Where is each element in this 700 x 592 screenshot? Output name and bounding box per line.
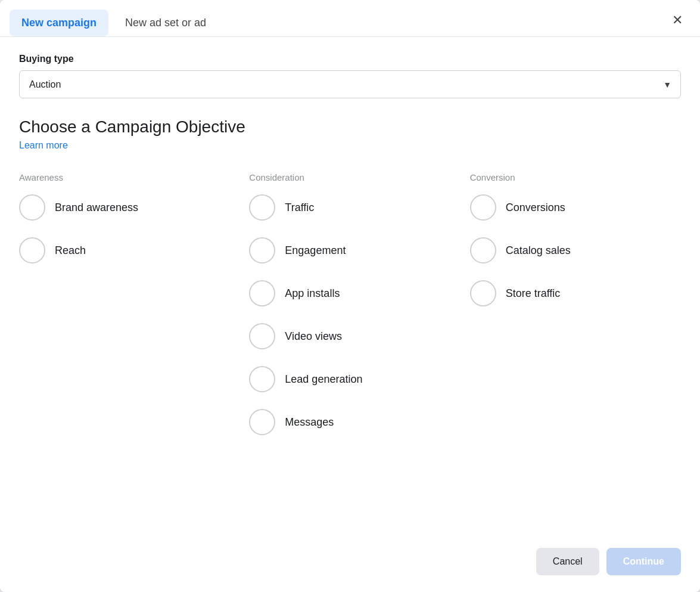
objective-reach[interactable]: Reach (19, 237, 230, 264)
radio-app-installs[interactable] (249, 280, 275, 306)
close-button[interactable]: ✕ (667, 10, 688, 31)
label-reach: Reach (55, 244, 86, 257)
radio-lead-generation[interactable] (249, 366, 275, 392)
modal-header: New campaign New ad set or ad ✕ (0, 0, 700, 36)
buying-type-select-wrapper: Auction Reach and Frequency ▼ (19, 70, 681, 98)
label-video-views: Video views (285, 330, 342, 343)
modal-footer: Cancel Continue (0, 538, 700, 592)
tab-new-campaign[interactable]: New campaign (10, 10, 108, 36)
modal-body: Buying type Auction Reach and Frequency … (0, 37, 700, 538)
section-title: Choose a Campaign Objective (19, 117, 681, 137)
buying-type-label: Buying type (19, 54, 681, 64)
label-app-installs: App installs (285, 287, 340, 300)
label-brand-awareness: Brand awareness (55, 202, 138, 214)
radio-messages[interactable] (249, 409, 275, 435)
continue-button[interactable]: Continue (606, 548, 681, 575)
consideration-heading: Consideration (249, 172, 450, 182)
label-engagement: Engagement (285, 244, 346, 257)
objective-store-traffic[interactable]: Store traffic (470, 280, 671, 306)
conversion-heading: Conversion (470, 172, 671, 182)
radio-conversions[interactable] (470, 194, 496, 221)
label-lead-generation: Lead generation (285, 373, 362, 386)
label-catalog-sales: Catalog sales (506, 244, 571, 257)
buying-type-select[interactable]: Auction Reach and Frequency (19, 70, 681, 98)
label-messages: Messages (285, 416, 334, 429)
radio-video-views[interactable] (249, 323, 275, 349)
cancel-button[interactable]: Cancel (536, 548, 599, 575)
label-traffic: Traffic (285, 202, 314, 214)
awareness-heading: Awareness (19, 172, 230, 182)
objective-engagement[interactable]: Engagement (249, 237, 450, 264)
objective-traffic[interactable]: Traffic (249, 194, 450, 221)
awareness-column: Awareness Brand awareness Reach (19, 172, 239, 452)
objective-catalog-sales[interactable]: Catalog sales (470, 237, 671, 264)
objective-conversions[interactable]: Conversions (470, 194, 671, 221)
radio-reach[interactable] (19, 237, 45, 264)
label-store-traffic: Store traffic (506, 287, 561, 300)
objectives-grid: Awareness Brand awareness Reach Consider… (19, 172, 681, 452)
objective-lead-generation[interactable]: Lead generation (249, 366, 450, 392)
objective-brand-awareness[interactable]: Brand awareness (19, 194, 230, 221)
objective-video-views[interactable]: Video views (249, 323, 450, 349)
radio-engagement[interactable] (249, 237, 275, 264)
radio-catalog-sales[interactable] (470, 237, 496, 264)
modal-container: New campaign New ad set or ad ✕ Buying t… (0, 0, 700, 592)
close-icon: ✕ (672, 13, 683, 28)
objective-messages[interactable]: Messages (249, 409, 450, 435)
radio-store-traffic[interactable] (470, 280, 496, 306)
radio-traffic[interactable] (249, 194, 275, 221)
objective-app-installs[interactable]: App installs (249, 280, 450, 306)
consideration-column: Consideration Traffic Engagement App ins… (239, 172, 460, 452)
learn-more-link[interactable]: Learn more (19, 140, 68, 151)
radio-brand-awareness[interactable] (19, 194, 45, 221)
label-conversions: Conversions (506, 202, 565, 214)
tab-new-ad-set[interactable]: New ad set or ad (113, 10, 218, 36)
conversion-column: Conversion Conversions Catalog sales Sto… (461, 172, 681, 452)
